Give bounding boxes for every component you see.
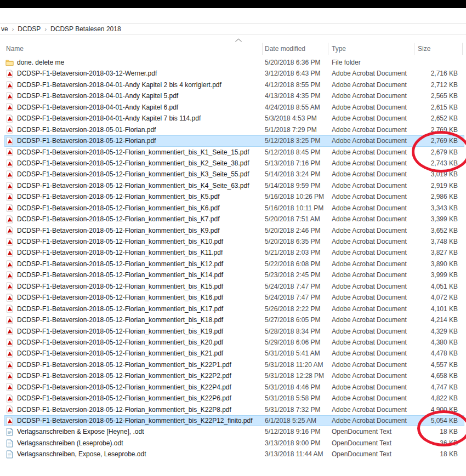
file-row[interactable]: DCDSP-F1-Betaversion-2018-05-12-Florian_… (0, 269, 464, 280)
file-type: Adobe Acrobat Document (332, 382, 412, 393)
file-size: 3,890 KB (414, 259, 458, 269)
file-row[interactable]: DCDSP-F1-Betaversion-2018-05-12-Florian_… (0, 169, 464, 180)
file-date-modified: 3/12/2018 6:43 PM (265, 68, 326, 79)
file-row[interactable]: DCDSP-F1-Betaversion-2018-04-01-Andy Kap… (0, 102, 464, 113)
file-size: 18 KB (414, 426, 458, 437)
column-header-date-modified[interactable]: Date modified (265, 42, 305, 56)
file-row[interactable]: DCDSP-F1-Betaversion-2018-05-12-Florian_… (0, 180, 464, 191)
column-header-name[interactable]: Name (6, 42, 24, 56)
file-row[interactable]: DCDSP-F1-Betaversion-2018-05-12-Florian_… (0, 393, 464, 404)
column-header-size[interactable]: Size (418, 42, 430, 56)
file-type: Adobe Acrobat Document (332, 113, 412, 124)
column-divider[interactable] (414, 43, 414, 55)
file-type: Adobe Acrobat Document (332, 348, 412, 359)
title-bar (0, 0, 466, 8)
file-size: 4,329 KB (414, 326, 458, 337)
file-row[interactable]: DCDSP-F1-Betaversion-2018-05-12-Florian_… (0, 191, 464, 202)
pdf-icon (5, 103, 14, 111)
file-row[interactable]: DCDSP-F1-Betaversion-2018-05-12-Florian_… (0, 203, 464, 214)
pdf-icon (5, 92, 14, 100)
breadcrumb-item[interactable]: DCDSP (18, 25, 41, 33)
file-row[interactable]: DCDSP-F1-Betaversion-2018-05-12-Florian_… (0, 314, 464, 325)
breadcrumb-item[interactable]: DCDSP Betalesen 2018 (50, 25, 121, 33)
file-name: DCDSP-F1-Betaversion-2018-05-12-Florian_… (17, 415, 253, 426)
file-row[interactable]: DCDSP-F1-Betaversion-2018-04-01-Andy Kap… (0, 113, 464, 124)
file-row[interactable]: DCDSP-F1-Betaversion-2018-05-12-Florian_… (0, 281, 464, 292)
pdf-icon (5, 271, 14, 279)
folder-icon (5, 59, 14, 67)
address-bar[interactable]: ve›DCDSP›DCDSP Betalesen 2018 (0, 23, 466, 35)
file-date-modified: 6/1/2018 5:25 AM (265, 415, 326, 426)
file-date-modified: 5/26/2018 2:22 PM (265, 303, 326, 314)
file-size: 4,072 KB (414, 292, 458, 303)
file-size: 2,769 KB (414, 135, 458, 146)
pdf-icon (5, 405, 14, 414)
column-headers: Name Date modified Type Size (0, 42, 466, 56)
file-name: DCDSP-F1-Betaversion-2018-05-12-Florian_… (17, 292, 223, 303)
file-row[interactable]: DCDSP-F1-Betaversion-2018-05-01-Florian.… (0, 124, 464, 135)
file-row[interactable]: DCDSP-F1-Betaversion-2018-05-12-Florian_… (0, 292, 464, 303)
file-row[interactable]: DCDSP-F1-Betaversion-2018-05-12-Florian_… (0, 225, 464, 236)
file-type: Adobe Acrobat Document (332, 281, 412, 292)
file-row[interactable]: DCDSP-F1-Betaversion-2018-05-12-Florian_… (0, 404, 464, 415)
column-divider[interactable] (462, 43, 463, 55)
file-type: Adobe Acrobat Document (332, 169, 412, 180)
file-row[interactable]: DCDSP-F1-Betaversion-2018-05-12-Florian_… (0, 348, 464, 359)
breadcrumb-item[interactable]: ve (1, 25, 8, 33)
file-row[interactable]: Verlagsanschreiben, Expose, Leseprobe.od… (0, 449, 464, 460)
file-name: DCDSP-F1-Betaversion-2018-05-12-Florian_… (17, 180, 249, 191)
column-divider[interactable] (328, 43, 328, 55)
file-type: Adobe Acrobat Document (332, 68, 412, 79)
file-type: Adobe Acrobat Document (332, 225, 412, 236)
file-row[interactable]: DCDSP-F1-Betaversion-2018-05-12-Florian_… (0, 214, 464, 225)
file-date-modified: 5/24/2018 7:47 PM (265, 281, 326, 292)
file-name: DCDSP-F1-Betaversion-2018-05-12-Florian_… (17, 269, 223, 280)
file-row[interactable]: done. delete me 5/20/2018 6:36 PM File f… (0, 57, 464, 68)
file-date-modified: 5/31/2018 4:46 PM (265, 382, 326, 393)
file-row[interactable]: Verlagsanschreiben (Leseprobe).odt 3/13/… (0, 438, 464, 449)
file-row[interactable]: DCDSP-F1-Betaversion-2018-05-12-Florian_… (0, 147, 464, 158)
file-size: 5,054 KB (414, 415, 458, 426)
file-row[interactable]: DCDSP-F1-Betaversion-2018-03-12-Werner.p… (0, 68, 464, 79)
column-header-type[interactable]: Type (332, 42, 346, 56)
breadcrumb-separator-icon: › (44, 26, 47, 32)
file-type: Adobe Acrobat Document (332, 203, 412, 214)
pdf-icon (5, 260, 14, 268)
pdf-icon (5, 394, 14, 403)
file-size: 3,652 KB (414, 225, 458, 236)
file-name: DCDSP-F1-Betaversion-2018-05-12-Florian_… (17, 393, 231, 404)
file-size: 2,652 KB (414, 113, 458, 124)
file-row[interactable]: DCDSP-F1-Betaversion-2018-05-12-Florian_… (0, 236, 464, 247)
file-row[interactable]: DCDSP-F1-Betaversion-2018-05-12-Florian_… (0, 359, 464, 370)
file-type: Adobe Acrobat Document (332, 314, 412, 325)
file-row[interactable]: DCDSP-F1-Betaversion-2018-05-12-Florian_… (0, 247, 464, 258)
file-row[interactable]: DCDSP-F1-Betaversion-2018-05-12-Florian_… (0, 382, 464, 393)
column-divider[interactable] (262, 43, 263, 55)
file-row[interactable]: DCDSP-F1-Betaversion-2018-05-12-Florian_… (0, 303, 464, 314)
pdf-icon (5, 159, 14, 168)
file-row[interactable]: DCDSP-F1-Betaversion-2018-05-12-Florian_… (4, 415, 464, 426)
file-row[interactable]: DCDSP-F1-Betaversion-2018-05-12-Florian_… (0, 370, 464, 381)
file-row[interactable]: DCDSP-F1-Betaversion-2018-05-12-Florian_… (0, 326, 464, 337)
file-name: DCDSP-F1-Betaversion-2018-04-01-Andy Kap… (17, 79, 221, 90)
file-size: 4,051 KB (414, 281, 458, 292)
file-size: 4,822 KB (414, 393, 458, 404)
file-type: Adobe Acrobat Document (332, 214, 412, 225)
file-type: OpenDocument Text (332, 438, 412, 449)
file-row[interactable]: DCDSP-F1-Betaversion-2018-05-12-Florian_… (0, 158, 464, 169)
pdf-icon (5, 193, 14, 201)
file-row[interactable]: DCDSP-F1-Betaversion-2018-05-12-Florian_… (0, 259, 464, 269)
file-row[interactable]: DCDSP-F1-Betaversion-2018-05-12-Florian.… (4, 135, 464, 146)
file-date-modified: 5/1/2018 7:29 PM (265, 124, 326, 135)
file-name: DCDSP-F1-Betaversion-2018-05-12-Florian_… (17, 404, 231, 415)
file-date-modified: 5/12/2018 3:25 PM (265, 135, 326, 146)
file-row[interactable]: DCDSP-F1-Betaversion-2018-05-12-Florian_… (0, 337, 464, 348)
pdf-icon (5, 238, 14, 246)
file-row[interactable]: DCDSP-F1-Betaversion-2018-04-01-Andy Kap… (0, 90, 464, 101)
file-row[interactable]: DCDSP-F1-Betaversion-2018-04-01-Andy Kap… (0, 79, 464, 90)
file-size: 4,380 KB (414, 337, 458, 348)
pdf-icon (5, 226, 14, 234)
file-row[interactable]: Verlagsanschreiben & Expose [Heyne], .od… (0, 426, 464, 437)
pdf-icon (5, 372, 14, 380)
file-size: 2,615 KB (414, 102, 458, 113)
